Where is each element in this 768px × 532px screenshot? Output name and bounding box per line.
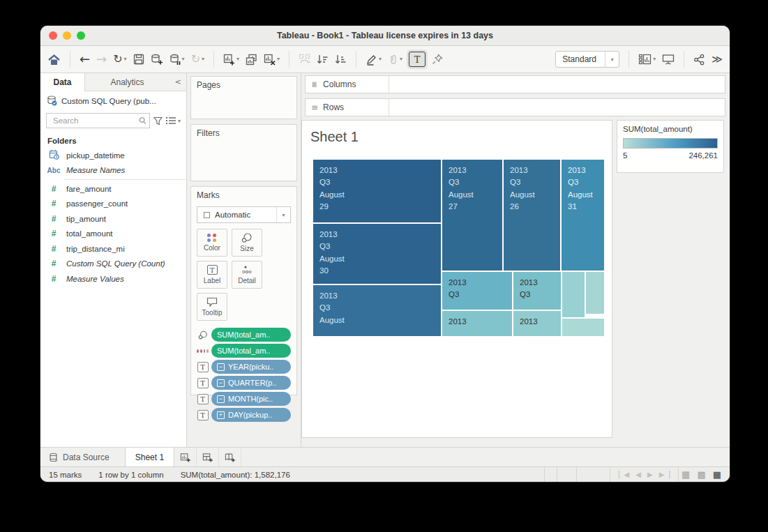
new-story-tab-icon[interactable] xyxy=(219,448,241,466)
fit-selector-value: Standard xyxy=(556,54,605,64)
duplicate-sheet-icon[interactable] xyxy=(246,54,257,66)
new-worksheet-icon[interactable]: ▾ xyxy=(223,54,239,66)
highlight-icon[interactable]: ▾ xyxy=(366,54,382,66)
treemap-cell[interactable]: 2013 Q3 August 31 xyxy=(562,160,604,271)
field-trip-distance[interactable]: # trip_distance_mi xyxy=(40,241,186,257)
datasource-row[interactable]: Custom SQL Query (pub... xyxy=(40,91,186,110)
status-segment xyxy=(557,467,576,482)
pill-quarter-pickup[interactable]: −QUARTER(p.. xyxy=(211,376,291,390)
sheet-title: Sheet 1 xyxy=(310,129,359,145)
field-measure-names[interactable]: Abc Measure Names xyxy=(40,163,186,178)
save-icon[interactable] xyxy=(133,54,144,65)
pill-row: T −MONTH(pic.. xyxy=(197,392,291,406)
treemap: 2013 Q3 August 29 2013 Q3 August 30 2013… xyxy=(313,160,604,336)
toolbar-overflow-icon[interactable]: ≫ xyxy=(711,54,723,65)
treemap-cell[interactable]: 2013 Q3 xyxy=(513,272,561,310)
filters-shelf[interactable]: Filters xyxy=(190,124,297,181)
last-page-icon[interactable]: ▶▕ xyxy=(659,471,670,478)
pill-year-pickup[interactable]: −YEAR(picku.. xyxy=(211,360,291,374)
pill-sum-total-amount-color[interactable]: SUM(total_am.. xyxy=(211,344,291,358)
mark-type-dropdown[interactable]: Automatic ▾ xyxy=(197,206,291,223)
color-button[interactable]: Color xyxy=(197,229,227,257)
rows-shelf[interactable]: ≡Rows xyxy=(305,98,725,116)
next-page-icon[interactable]: ▶ xyxy=(647,471,653,478)
field-pickup-datetime[interactable]: pickup_datetime xyxy=(40,148,186,163)
view-list-icon[interactable]: ▾ xyxy=(166,116,181,125)
detail-button[interactable]: Detail xyxy=(232,261,262,289)
treemap-cell[interactable]: 2013 Q3 August 26 xyxy=(504,160,560,271)
new-worksheet-tab-icon[interactable] xyxy=(174,448,197,466)
columns-shelf[interactable]: ≡Columns xyxy=(305,75,725,93)
clear-sheet-icon[interactable]: ▾ xyxy=(264,54,280,66)
label-button[interactable]: T Label xyxy=(197,261,227,289)
field-fare-amount[interactable]: # fare_amount xyxy=(40,181,186,197)
tooltip-button[interactable]: Tooltip xyxy=(197,293,227,321)
show-sheet-icon[interactable]: ■ xyxy=(713,469,721,480)
fit-selector[interactable]: Standard ▾ xyxy=(555,51,619,68)
swap-rows-columns-icon[interactable] xyxy=(299,54,310,66)
status-aggregate: SUM(total_amount): 1,582,176 xyxy=(181,471,290,479)
field-passenger-count[interactable]: # passenger_count xyxy=(40,197,186,212)
field-label: fare_amount xyxy=(66,185,112,193)
show-cards-icon[interactable]: ▾ xyxy=(638,54,656,65)
presentation-mode-icon[interactable] xyxy=(662,54,675,65)
run-update-icon[interactable]: ↻▾ xyxy=(191,54,204,65)
size-button[interactable]: Size xyxy=(232,229,262,257)
treemap-cell[interactable]: 2013 xyxy=(442,311,512,336)
treemap-cell[interactable]: 2013 xyxy=(513,311,561,336)
treemap-cell[interactable]: 2013 Q3 August 29 xyxy=(313,160,441,222)
paperclip-icon[interactable]: ▾ xyxy=(388,54,402,66)
tab-analytics[interactable]: Analytics xyxy=(85,73,170,91)
tab-sheet1[interactable]: Sheet 1 xyxy=(125,448,174,466)
field-sql-count[interactable]: # Custom SQL Query (Count) xyxy=(40,257,186,272)
pill-row: SUM(total_am.. xyxy=(197,328,291,342)
legend-gradient xyxy=(623,138,718,149)
treemap-cell[interactable] xyxy=(562,319,604,336)
abc-icon: Abc xyxy=(46,167,61,174)
pages-shelf[interactable]: Pages xyxy=(190,76,297,119)
field-measure-values[interactable]: # Measure Values xyxy=(40,271,186,287)
tab-data-source[interactable]: Data Source xyxy=(40,448,125,466)
treemap-cell[interactable] xyxy=(586,272,604,314)
previous-page-icon[interactable]: ◀ xyxy=(635,471,641,478)
color-legend[interactable]: SUM(total_amount) 5 246,261 xyxy=(617,120,724,173)
status-size: 1 row by 1 column xyxy=(98,471,163,479)
collapse-hierarchy-icon[interactable]: − xyxy=(217,395,225,403)
pill-month-pickup[interactable]: −MONTH(pic.. xyxy=(211,392,291,406)
pin-icon[interactable] xyxy=(432,54,443,65)
home-icon[interactable] xyxy=(47,54,61,66)
collapse-pane-icon[interactable]: < xyxy=(170,73,186,91)
pill-sum-total-amount-size[interactable]: SUM(total_am.. xyxy=(211,328,291,342)
treemap-cell[interactable]: 2013 Q3 August 30 xyxy=(313,224,441,284)
show-tabs-icon[interactable]: ▦ xyxy=(682,469,690,480)
field-label: pickup_datetime xyxy=(66,151,125,160)
sort-ascending-icon[interactable] xyxy=(317,54,329,65)
data-pane: Data Analytics < Custom SQL Query (pub..… xyxy=(40,73,187,447)
forward-icon[interactable]: → xyxy=(96,53,107,66)
new-datasource-icon[interactable] xyxy=(151,54,163,66)
collapse-hierarchy-icon[interactable]: − xyxy=(217,363,225,371)
tab-data[interactable]: Data xyxy=(40,73,85,91)
pill-day-pickup[interactable]: +DAY(pickup.. xyxy=(211,408,291,422)
field-total-amount[interactable]: # total_amount xyxy=(40,227,186,242)
show-mark-labels-button[interactable]: T xyxy=(409,52,426,67)
treemap-cell[interactable]: 2013 Q3 xyxy=(442,272,512,310)
expand-hierarchy-icon[interactable]: + xyxy=(217,411,225,419)
treemap-cell[interactable] xyxy=(562,272,585,317)
search-input[interactable] xyxy=(52,116,139,126)
show-filmstrip-icon[interactable]: ▩ xyxy=(697,469,705,480)
treemap-cell[interactable]: 2013 Q3 August 27 xyxy=(442,160,502,271)
search-box[interactable] xyxy=(46,113,150,128)
filter-fields-icon[interactable] xyxy=(153,116,163,126)
new-dashboard-tab-icon[interactable] xyxy=(197,448,219,466)
status-bar: 15 marks 1 row by 1 column SUM(total_amo… xyxy=(40,466,730,482)
treemap-cell[interactable]: 2013 Q3 August xyxy=(313,285,441,336)
share-icon[interactable] xyxy=(693,54,705,66)
field-tip-amount[interactable]: # tip_amount xyxy=(40,211,186,227)
back-icon[interactable]: ← xyxy=(80,53,90,66)
collapse-hierarchy-icon[interactable]: − xyxy=(217,379,225,387)
first-page-icon[interactable]: ▏◀ xyxy=(619,471,629,478)
replay-icon[interactable]: ↻▾ xyxy=(113,54,126,65)
sort-descending-icon[interactable] xyxy=(335,54,347,65)
pause-updates-icon[interactable]: ▾ xyxy=(170,54,185,66)
